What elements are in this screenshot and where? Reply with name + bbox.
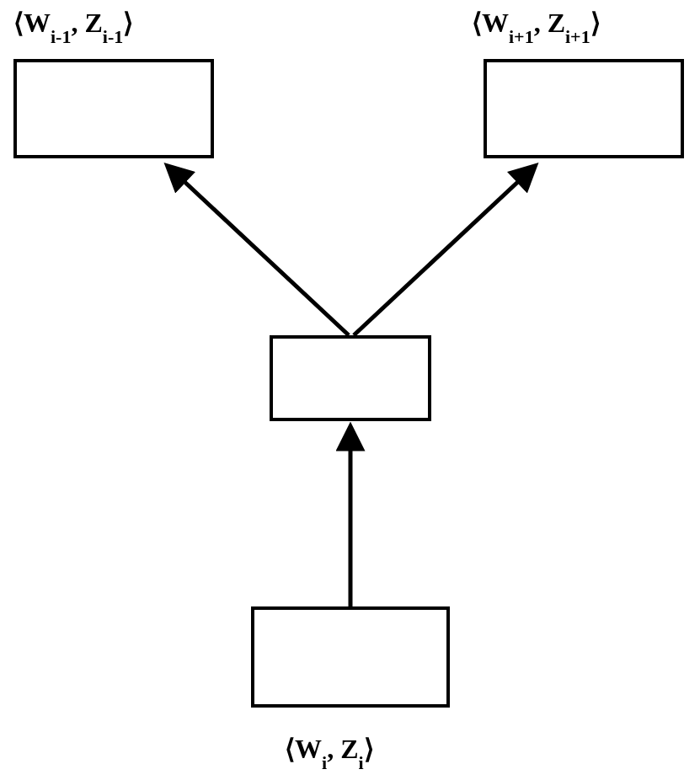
label-part: ⟩ <box>364 734 374 764</box>
label-sub: i-1 <box>51 26 71 47</box>
label-sub: i+1 <box>565 26 590 47</box>
label-sub: i+1 <box>509 26 534 47</box>
box-middle <box>270 335 431 421</box>
box-bottom <box>251 606 450 708</box>
label-part: ⟩ <box>590 8 601 38</box>
label-sub: i <box>358 752 363 773</box>
label-part: ⟨W <box>13 8 51 38</box>
label-part: , Z <box>534 8 565 38</box>
label-sub: i <box>322 752 327 773</box>
label-part: , Z <box>71 8 102 38</box>
label-part: , Z <box>327 734 358 764</box>
arrow-middle-to-top-right <box>354 167 534 335</box>
label-sub: i-1 <box>103 26 123 47</box>
box-top-left <box>13 59 214 158</box>
arrow-middle-to-top-left <box>168 167 349 335</box>
label-part: ⟨W <box>285 734 322 764</box>
label-top-left: ⟨Wi-1, Zi-1⟩ <box>13 7 133 43</box>
label-part: ⟩ <box>123 8 133 38</box>
label-top-right: ⟨Wi+1, Zi+1⟩ <box>472 7 601 43</box>
label-part: ⟨W <box>472 8 509 38</box>
box-top-right <box>484 59 684 158</box>
label-bottom: ⟨Wi, Zi⟩ <box>285 733 374 769</box>
